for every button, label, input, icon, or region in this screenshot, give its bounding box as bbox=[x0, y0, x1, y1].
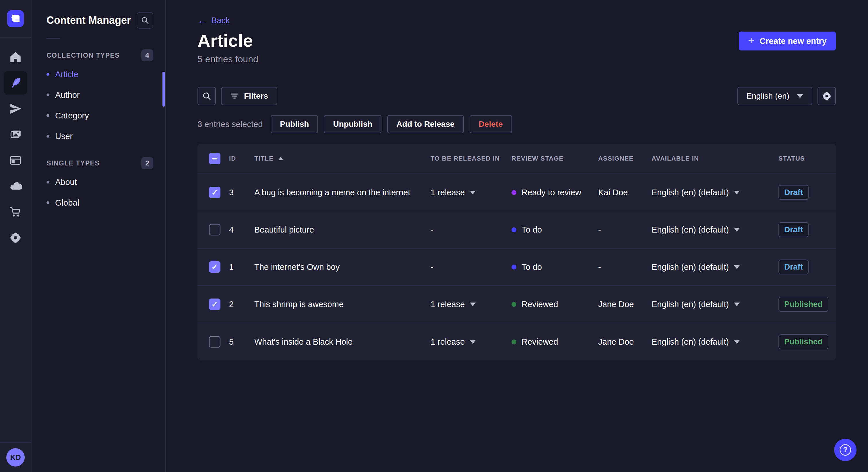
stage-dot bbox=[512, 265, 516, 270]
table-row[interactable]: 4 Beautiful picture - To do - English (e… bbox=[197, 211, 836, 248]
column-header-available-in: AVAILABLE IN bbox=[652, 155, 778, 162]
paper-plane-icon bbox=[9, 102, 22, 115]
home-icon bbox=[9, 50, 22, 64]
nav-releases[interactable] bbox=[0, 96, 31, 122]
bullet-icon bbox=[46, 73, 50, 76]
main-content: Back Article 5 entries found Create new … bbox=[166, 0, 868, 472]
cell-title: The internet's Own boy bbox=[254, 262, 431, 272]
nav-content-type-builder[interactable] bbox=[0, 147, 31, 173]
delete-button[interactable]: Delete bbox=[470, 115, 512, 133]
cell-id: 1 bbox=[229, 262, 254, 272]
view-settings-button[interactable] bbox=[817, 87, 836, 105]
back-label: Back bbox=[211, 16, 229, 25]
chevron-down-icon bbox=[734, 228, 740, 232]
nav-deploy[interactable] bbox=[0, 173, 31, 199]
table-row[interactable]: 3 A bug is becoming a meme on the intern… bbox=[197, 174, 836, 211]
row-checkbox[interactable] bbox=[209, 187, 220, 198]
bullet-icon bbox=[46, 94, 50, 96]
select-all-checkbox[interactable] bbox=[209, 153, 220, 164]
sidebar-search-button[interactable] bbox=[136, 12, 153, 29]
locale-select[interactable]: English (en) bbox=[737, 87, 812, 105]
sidebar-item-category[interactable]: Category bbox=[32, 105, 165, 126]
cell-available-in[interactable]: English (en) (default) bbox=[652, 188, 778, 197]
chevron-down-icon bbox=[470, 340, 476, 344]
bullet-icon bbox=[46, 135, 50, 138]
row-checkbox[interactable] bbox=[209, 336, 220, 347]
cell-title: This shrimp is awesome bbox=[254, 300, 431, 309]
chevron-down-icon bbox=[470, 303, 476, 306]
sidebar-item-user[interactable]: User bbox=[32, 126, 165, 146]
content-manager-sidebar: Content Manager COLLECTION TYPES 4 Artic… bbox=[32, 0, 166, 472]
row-checkbox[interactable] bbox=[209, 224, 220, 235]
filter-icon bbox=[230, 92, 239, 100]
strapi-logo[interactable] bbox=[0, 0, 31, 38]
search-entries-button[interactable] bbox=[197, 87, 216, 105]
divider bbox=[46, 38, 60, 39]
page-title: Article bbox=[197, 30, 258, 51]
cell-assignee: Kai Doe bbox=[598, 188, 652, 197]
cell-available-in[interactable]: English (en) (default) bbox=[652, 225, 778, 235]
cell-title: A bug is becoming a meme on the internet bbox=[254, 188, 431, 197]
chevron-down-icon bbox=[734, 265, 740, 269]
nav-rail: KD bbox=[0, 0, 32, 472]
column-header-status: STATUS bbox=[778, 155, 836, 162]
table-row[interactable]: 1 The internet's Own boy - To do - Engli… bbox=[197, 248, 836, 286]
help-button[interactable] bbox=[834, 439, 857, 461]
nav-home[interactable] bbox=[0, 44, 31, 70]
cell-assignee: - bbox=[598, 262, 652, 272]
sidebar-item-about[interactable]: About bbox=[32, 172, 165, 193]
avatar[interactable]: KD bbox=[6, 448, 25, 467]
images-icon bbox=[9, 128, 22, 141]
sidebar-item-label: Article bbox=[55, 70, 79, 79]
sidebar-item-author[interactable]: Author bbox=[32, 85, 165, 105]
section-label: COLLECTION TYPES bbox=[46, 52, 120, 59]
sidebar-item-label: Global bbox=[55, 198, 79, 208]
sidebar-item-label: Author bbox=[55, 90, 80, 100]
chevron-down-icon bbox=[734, 191, 740, 194]
section-collection-types: COLLECTION TYPES 4 bbox=[32, 47, 165, 64]
stage-dot bbox=[512, 190, 516, 195]
section-label: SINGLE TYPES bbox=[46, 160, 100, 167]
row-checkbox[interactable] bbox=[209, 261, 220, 273]
cell-released-in: - bbox=[431, 225, 512, 235]
cell-available-in[interactable]: English (en) (default) bbox=[652, 262, 778, 272]
create-new-entry-button[interactable]: Create new entry bbox=[739, 32, 836, 50]
nav-content-manager[interactable] bbox=[0, 70, 31, 96]
cell-available-in[interactable]: English (en) (default) bbox=[652, 337, 778, 347]
sidebar-item-global[interactable]: Global bbox=[32, 193, 165, 213]
add-to-release-button[interactable]: Add to Release bbox=[387, 115, 464, 133]
back-arrow-icon bbox=[197, 15, 207, 25]
cell-released-in[interactable]: 1 release bbox=[431, 337, 512, 347]
nav-marketplace[interactable] bbox=[0, 199, 31, 225]
back-link[interactable]: Back bbox=[197, 15, 229, 25]
unpublish-button[interactable]: Unpublish bbox=[324, 115, 381, 133]
column-header-title[interactable]: TITLE bbox=[254, 155, 431, 162]
chevron-down-icon bbox=[470, 191, 476, 194]
row-checkbox[interactable] bbox=[209, 299, 220, 310]
cell-review-stage: Reviewed bbox=[512, 337, 598, 347]
cell-review-stage: Reviewed bbox=[512, 300, 598, 309]
cell-released-in[interactable]: 1 release bbox=[431, 188, 512, 197]
publish-button[interactable]: Publish bbox=[271, 115, 318, 133]
filters-button[interactable]: Filters bbox=[221, 87, 277, 105]
nav-media-library[interactable] bbox=[0, 122, 31, 147]
section-count-badge: 4 bbox=[141, 49, 153, 61]
cell-review-stage: To do bbox=[512, 262, 598, 272]
cell-review-stage: Ready to review bbox=[512, 188, 598, 197]
table-row[interactable]: 2 This shrimp is awesome 1 release Revie… bbox=[197, 286, 836, 323]
cell-title: Beautiful picture bbox=[254, 225, 431, 235]
sidebar-item-label: User bbox=[55, 132, 73, 141]
cell-assignee: - bbox=[598, 225, 652, 235]
sidebar-item-label: Category bbox=[55, 111, 89, 121]
cell-available-in[interactable]: English (en) (default) bbox=[652, 300, 778, 309]
cell-assignee: Jane Doe bbox=[598, 337, 652, 347]
sidebar-title: Content Manager bbox=[46, 14, 131, 26]
sidebar-item-article[interactable]: Article bbox=[32, 64, 165, 85]
column-header-id[interactable]: ID bbox=[229, 155, 254, 162]
cell-released-in[interactable]: 1 release bbox=[431, 300, 512, 309]
search-icon bbox=[141, 16, 149, 25]
column-header-review-stage: REVIEW STAGE bbox=[512, 155, 598, 162]
nav-settings[interactable] bbox=[0, 225, 31, 250]
sidebar-scrollbar-thumb[interactable] bbox=[162, 72, 165, 107]
table-row[interactable]: 5 What's inside a Black Hole 1 release R… bbox=[197, 323, 836, 361]
